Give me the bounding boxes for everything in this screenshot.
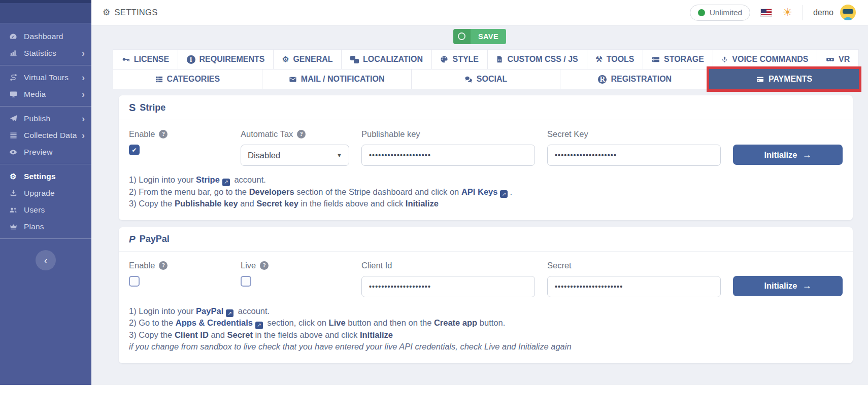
paypal-step-2: 2) Go to the Apps & Credentials↗ section… (129, 317, 843, 329)
paypal-initialize-button[interactable]: Initialize → (733, 276, 843, 296)
external-link-icon[interactable]: ↗ (226, 309, 233, 317)
main-area: ⚙ SETTINGS Unlimited ☀ demo SAVE (91, 0, 868, 385)
stripe-step-3: 3) Copy the Publishable key and Secret k… (129, 198, 843, 209)
gears-icon: ⚙ (103, 7, 111, 18)
tab-storage[interactable]: STORAGE (643, 49, 713, 69)
external-link-icon[interactable]: ↗ (500, 190, 508, 198)
client-id-masked-value: •••••••••••••••••••• (369, 283, 431, 291)
sidebar-item-label: Statistics (24, 49, 82, 58)
stripe-link[interactable]: Stripe (196, 175, 220, 184)
paypal-step-1: 1) Login into your PayPal↗ account. (129, 305, 843, 318)
help-icon[interactable]: ? (297, 130, 306, 138)
apps-credentials-link[interactable]: Apps & Credentials (176, 318, 253, 327)
help-icon[interactable]: ? (159, 261, 168, 270)
header-right-cluster: Unlimited ☀ demo (690, 5, 856, 21)
sidebar-item-plans[interactable]: Plans (0, 218, 91, 235)
sidebar-item-label: Dashboard (24, 32, 85, 41)
text: and (238, 199, 257, 208)
text: button. (477, 318, 505, 327)
tab-custom-css-js[interactable]: CUSTOM CSS / JS (487, 49, 587, 69)
stripe-step-2: 2) From the menu bar, go to the Develope… (129, 186, 843, 198)
api-keys-link[interactable]: API Keys (461, 187, 498, 196)
help-icon[interactable]: ? (260, 261, 269, 270)
client-id-input[interactable]: •••••••••••••••••••• (361, 276, 535, 297)
enable-label: Enable (129, 261, 155, 270)
sidebar-item-publish[interactable]: Publish › (0, 110, 91, 127)
sun-icon[interactable]: ☀ (782, 7, 792, 18)
tab-registration[interactable]: R REGISTRATION (560, 69, 710, 89)
avatar-body (844, 17, 852, 20)
tab-requirements[interactable]: i REQUIREMENTS (178, 49, 274, 69)
arrow-right-icon: → (803, 281, 812, 291)
sidebar-item-upgrade[interactable]: Upgrade (0, 185, 91, 201)
initialize-label: Initialize (764, 281, 797, 291)
avatar[interactable] (840, 5, 856, 20)
tab-tools[interactable]: ⚒ TOOLS (587, 49, 644, 69)
sidebar-item-settings[interactable]: ⚙ Settings (0, 168, 91, 185)
sidebar-item-label: Publish (24, 114, 82, 123)
sidebar-item-media[interactable]: Media › (0, 86, 91, 102)
publishable-key-label: Publishable key (361, 129, 420, 139)
chevron-right-icon: › (82, 90, 85, 99)
sidebar: Dashboard Statistics › Virtual Tours › M… (0, 0, 91, 385)
automatic-tax-select[interactable]: Disabled ▼ (241, 145, 349, 166)
paypal-card: P PayPal Enable ? (119, 227, 853, 363)
sidebar-item-statistics[interactable]: Statistics › (0, 45, 91, 61)
tab-label: PAYMENTS (769, 75, 812, 84)
secret-input[interactable]: •••••••••••••••••••••• (547, 276, 721, 297)
tab-general[interactable]: ⚙ GENERAL (273, 49, 342, 69)
sidebar-collapse-button[interactable]: ‹ (36, 250, 56, 270)
sidebar-item-label: Collected Data (24, 131, 82, 140)
chevron-right-icon: › (82, 49, 85, 58)
sidebar-item-users[interactable]: Users (0, 201, 91, 218)
sidebar-item-collected-data[interactable]: Collected Data › (0, 127, 91, 144)
grid-list-icon (155, 76, 163, 83)
automatic-tax-selected-value: Disabled (248, 151, 280, 160)
paypal-enable-checkbox[interactable] (129, 276, 140, 287)
tab-label: STYLE (452, 55, 479, 64)
stripe-enable-field: Enable ? ✔ (129, 129, 228, 155)
chevron-right-icon: › (82, 114, 85, 123)
text: section of the Stripe dashboard and clic… (294, 187, 461, 196)
publishable-key-input[interactable]: •••••••••••••••••••• (361, 145, 535, 166)
tab-social[interactable]: SOCIAL (411, 69, 561, 89)
tab-style[interactable]: STYLE (431, 49, 488, 69)
tab-vr[interactable]: VR (817, 49, 859, 69)
app-window: Dashboard Statistics › Virtual Tours › M… (0, 0, 868, 385)
tab-payments[interactable]: PAYMENTS (709, 69, 859, 89)
text: account. (236, 306, 270, 316)
user-menu[interactable]: demo (813, 5, 856, 20)
text: 1) Login into your (129, 306, 196, 316)
client-id-label: Client Id (361, 261, 392, 270)
tab-categories[interactable]: CATEGORIES (113, 69, 262, 89)
external-link-icon[interactable]: ↗ (222, 179, 230, 186)
stripe-enable-checkbox[interactable]: ✔ (129, 145, 140, 155)
stripe-instructions: 1) Login into your Stripe↗ account. 2) F… (129, 174, 843, 210)
text: section, click on (265, 318, 329, 327)
paypal-sandbox-note: if you change from sandbox to live check… (129, 341, 843, 353)
text-bold: Secret (227, 330, 253, 339)
secret-key-input[interactable]: •••••••••••••••••••• (547, 145, 721, 166)
sidebar-item-dashboard[interactable]: Dashboard (0, 28, 91, 45)
external-link-icon[interactable]: ↗ (255, 322, 263, 329)
text: 1) Login into your (129, 175, 196, 184)
sidebar-brand (0, 0, 91, 23)
paypal-link[interactable]: PayPal (196, 306, 223, 316)
paypal-live-checkbox[interactable] (241, 276, 251, 287)
save-button[interactable]: SAVE (453, 29, 506, 44)
tab-label: GENERAL (293, 55, 332, 64)
gears-icon: ⚙ (9, 172, 18, 181)
users-icon (9, 206, 18, 214)
sidebar-item-preview[interactable]: Preview (0, 144, 91, 160)
tab-localization[interactable]: LOCALIZATION (341, 49, 431, 69)
field-label: Automatic Tax ? (241, 129, 349, 139)
tab-license[interactable]: LICENSE (113, 49, 178, 69)
sidebar-item-virtual-tours[interactable]: Virtual Tours › (0, 69, 91, 86)
flag-us-icon[interactable] (760, 9, 772, 17)
stripe-initialize-button[interactable]: Initialize → (733, 145, 843, 165)
plan-badge[interactable]: Unlimited (690, 5, 751, 21)
paper-plane-icon (9, 115, 18, 122)
tab-mail-notification[interactable]: MAIL / NOTIFICATION (262, 69, 412, 89)
tab-voice-commands[interactable]: VOICE COMMANDS (713, 49, 818, 69)
help-icon[interactable]: ? (159, 130, 168, 138)
